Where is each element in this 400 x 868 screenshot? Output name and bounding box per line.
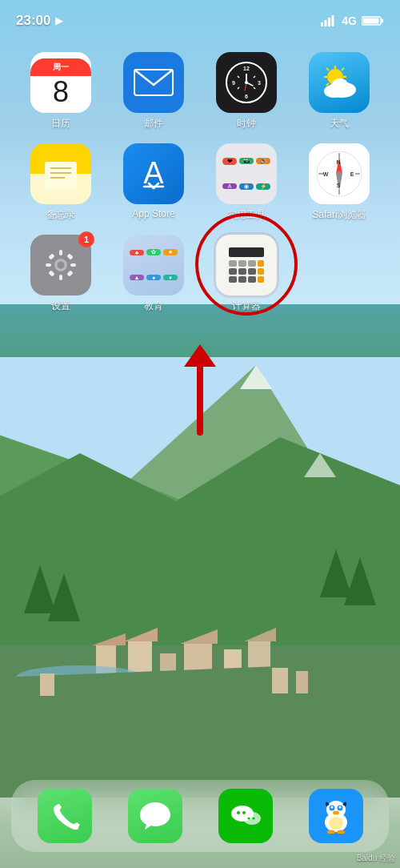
svg-rect-93 — [229, 247, 264, 257]
svg-rect-90 — [66, 270, 73, 276]
svg-rect-97 — [258, 260, 264, 267]
dock — [11, 780, 389, 852]
svg-point-119 — [338, 806, 341, 809]
dock-app-phone[interactable] — [38, 789, 92, 843]
calendar-label: 日历 — [51, 117, 70, 131]
notes-icon — [30, 143, 91, 204]
app-safari[interactable]: N S E W Safari浏览器 — [293, 143, 386, 222]
dock-app-qq[interactable] — [309, 789, 363, 843]
svg-rect-99 — [238, 268, 246, 275]
svg-rect-104 — [248, 276, 256, 283]
svg-rect-86 — [70, 263, 76, 267]
svg-text:9: 9 — [232, 80, 235, 86]
time-display: 23:00 — [16, 13, 50, 29]
svg-rect-94 — [229, 260, 237, 267]
signal-icon — [321, 15, 337, 26]
qq-icon — [309, 789, 363, 843]
app-calendar[interactable]: 周一 8 日历 — [14, 52, 107, 131]
svg-text:N: N — [336, 159, 340, 165]
settings-label: 设置 — [51, 299, 70, 313]
svg-rect-29 — [328, 18, 330, 26]
svg-rect-24 — [296, 671, 308, 693]
svg-point-76 — [337, 171, 342, 176]
dock-app-messages[interactable] — [128, 789, 182, 843]
phone-icon — [38, 789, 92, 843]
app-grid: 周一 8 日历 邮件 12 3 6 9 — [0, 44, 400, 321]
status-right: 4G — [321, 14, 384, 27]
app-empty-slot — [293, 235, 386, 313]
weather-icon — [309, 52, 370, 113]
svg-rect-61 — [45, 162, 77, 190]
svg-rect-85 — [46, 263, 51, 267]
app-education[interactable]: ♣ ✿ ★ ▲ ● ♦ 教育 — [107, 235, 200, 313]
safari-icon: N S E W — [309, 143, 370, 204]
appstore-icon: A — [123, 143, 184, 204]
svg-marker-107 — [184, 344, 216, 367]
status-bar: 23:00 ▶ 4G — [0, 0, 400, 35]
mail-icon — [123, 52, 184, 113]
app-settings[interactable]: 1 设置 — [14, 235, 107, 313]
calendar-day: 周一 — [30, 58, 91, 76]
svg-text:6: 6 — [245, 94, 248, 99]
wechat-icon — [218, 789, 273, 843]
svg-point-60 — [332, 78, 348, 91]
svg-rect-23 — [272, 668, 288, 693]
svg-line-53 — [326, 68, 329, 70]
svg-rect-105 — [258, 276, 264, 283]
battery-icon — [362, 15, 384, 26]
app-clock[interactable]: 12 3 6 9 时钟 — [200, 52, 293, 131]
svg-line-41 — [254, 87, 255, 89]
svg-rect-88 — [66, 253, 73, 259]
clock-face: 12 3 6 9 — [226, 62, 267, 103]
svg-point-118 — [330, 806, 333, 809]
network-type: 4G — [342, 14, 357, 27]
svg-text:S: S — [337, 183, 341, 188]
utilities-label: 实用工具 — [227, 208, 266, 222]
svg-rect-83 — [59, 250, 62, 255]
app-utilities[interactable]: ❤ 📷 🔊 A ◉ ⚡ 实用工具 — [200, 143, 293, 222]
education-icon: ♣ ✿ ★ ▲ ● ♦ — [123, 235, 184, 295]
svg-rect-102 — [229, 276, 237, 283]
svg-rect-95 — [238, 260, 246, 267]
svg-rect-33 — [363, 18, 379, 24]
svg-point-109 — [243, 812, 261, 825]
svg-line-43 — [238, 87, 239, 89]
mail-label: 邮件 — [144, 117, 163, 131]
svg-rect-96 — [248, 260, 256, 267]
svg-point-121 — [329, 817, 343, 830]
svg-point-47 — [245, 81, 248, 84]
svg-rect-89 — [48, 270, 54, 276]
settings-badge: 1 — [78, 231, 94, 247]
app-mail[interactable]: 邮件 — [107, 52, 200, 131]
svg-rect-32 — [382, 19, 384, 23]
education-label: 教育 — [144, 299, 163, 313]
messages-icon — [128, 789, 182, 843]
svg-point-120 — [333, 811, 339, 815]
app-notes[interactable]: 备忘录 — [14, 143, 107, 222]
svg-rect-100 — [248, 268, 256, 275]
svg-text:12: 12 — [243, 66, 250, 71]
calendar-date: 8 — [53, 78, 69, 106]
svg-point-110 — [237, 811, 240, 814]
weather-label: 天气 — [330, 117, 349, 131]
location-icon: ▶ — [55, 15, 62, 26]
app-calculator[interactable]: 计算器 — [200, 235, 293, 313]
svg-text:3: 3 — [258, 80, 261, 86]
calendar-icon: 周一 8 — [30, 52, 91, 113]
notes-label: 备忘录 — [46, 208, 75, 222]
svg-rect-87 — [48, 253, 54, 259]
svg-text:A: A — [143, 156, 164, 190]
svg-point-112 — [247, 818, 250, 820]
svg-text:W: W — [323, 171, 329, 177]
dock-app-wechat[interactable] — [218, 789, 273, 843]
svg-point-111 — [242, 811, 246, 814]
status-left: 23:00 ▶ — [16, 13, 62, 29]
svg-line-56 — [342, 68, 344, 70]
svg-rect-28 — [325, 20, 327, 26]
svg-rect-103 — [238, 276, 246, 283]
svg-text:E: E — [350, 171, 354, 177]
svg-rect-84 — [59, 275, 62, 280]
app-weather[interactable]: 天气 — [293, 52, 386, 131]
safari-label: Safari浏览器 — [312, 208, 366, 222]
app-appstore[interactable]: A App Store — [107, 143, 200, 222]
